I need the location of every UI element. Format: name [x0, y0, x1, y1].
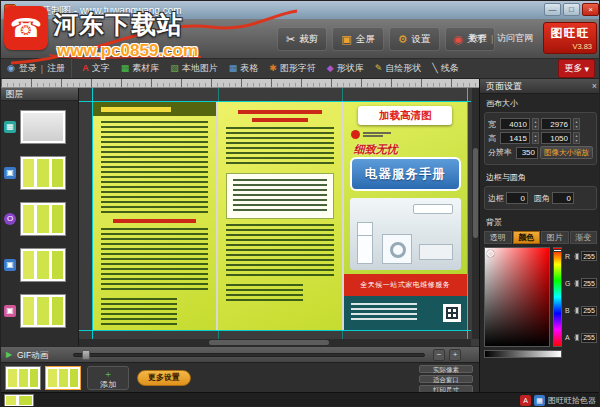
channel-value[interactable]	[581, 306, 597, 316]
layer-thumbnail[interactable]	[20, 202, 66, 236]
layer-row[interactable]: ▣	[1, 288, 79, 334]
width-px-input[interactable]	[541, 118, 571, 130]
slider-thumb[interactable]	[575, 334, 579, 341]
add-frame-button[interactable]: ＋ 添加	[87, 366, 129, 390]
minimize-button[interactable]: —	[544, 3, 561, 16]
fit-window-button[interactable]: 适合窗口	[419, 375, 473, 383]
frame-thumbnail-selected[interactable]	[45, 366, 81, 390]
channel-slider[interactable]	[574, 336, 579, 339]
hue-cursor[interactable]	[553, 249, 562, 252]
horizontal-scrollbar[interactable]	[79, 339, 471, 346]
login-link[interactable]: 登录	[19, 62, 37, 75]
vertical-scrollbar[interactable]	[472, 88, 479, 339]
draw-shape-button[interactable]: ✎ 自绘形状	[375, 62, 422, 75]
channel-slider[interactable]	[574, 309, 579, 312]
layer-row[interactable]: O	[1, 196, 79, 242]
height-mm-input[interactable]	[500, 132, 530, 144]
channel-value[interactable]	[581, 251, 597, 261]
official-site-link[interactable]: 访问官网	[497, 32, 533, 45]
saturation-square[interactable]	[484, 247, 550, 347]
panel-close-icon[interactable]: ×	[592, 79, 597, 94]
spinner[interactable]: ▴▾	[532, 132, 539, 144]
design-canvas[interactable]: 细致无忧 电器服务手册 全天候一站式家电维修服务 加载高清图	[79, 88, 479, 346]
tab-gradient[interactable]: 渐变	[570, 231, 598, 244]
page-mini-thumbnail[interactable]	[4, 394, 34, 407]
settings-button[interactable]: ⚙ 设置	[389, 27, 440, 51]
play-icon[interactable]: ▶	[6, 351, 12, 359]
hue-slider[interactable]	[553, 247, 562, 347]
material-library-button[interactable]: ▦ 素材库	[121, 62, 160, 75]
canvas-size-box: 宽 ▴▾ ▴▾ 高 ▴▾ ▴▾ 分辨率 图像大小缩放	[484, 112, 597, 165]
insert-text-button[interactable]: A 文字	[82, 62, 110, 75]
border-corner-box: 边框 圆角	[484, 186, 597, 210]
brochure-panel-left[interactable]	[93, 102, 216, 330]
timeline-handle[interactable]	[82, 350, 90, 360]
tab-transparent[interactable]: 透明	[484, 231, 512, 244]
shape-library-button[interactable]: ◆ 形状库	[327, 62, 364, 75]
channel-value[interactable]	[581, 278, 597, 288]
scrollbar-thumb[interactable]	[473, 148, 478, 238]
tab-color[interactable]: 颜色	[513, 231, 541, 244]
brochure-artwork[interactable]: 细致无忧 电器服务手册 全天候一站式家电维修服务 加载高清图	[93, 102, 467, 330]
tutorial-link[interactable]: 教程	[469, 32, 487, 45]
dpi-label: 分辨率	[488, 147, 514, 158]
channel-value[interactable]	[581, 333, 597, 343]
table-button[interactable]: ▦ 表格	[229, 62, 259, 75]
border-label: 边框	[488, 193, 504, 204]
spinner[interactable]: ▴▾	[573, 118, 580, 130]
saturation-cursor[interactable]	[487, 250, 494, 257]
picker-app-icon[interactable]: A	[520, 395, 531, 406]
fridge-shape	[357, 222, 373, 264]
spinner[interactable]: ▴▾	[532, 118, 539, 130]
tab-image[interactable]: 图片	[541, 231, 569, 244]
spinner[interactable]: ▴▾	[573, 132, 580, 144]
more-settings-button[interactable]: 更多设置	[137, 370, 191, 386]
timeline-slider[interactable]	[73, 353, 425, 357]
main-toolbar: ✂ 裁剪 ▣ 全屏 ⚙ 设置 ◉ 关于 教程 | 访问官网 图旺旺 V3.83	[1, 19, 600, 59]
line-button[interactable]: ╲ 线条	[432, 62, 458, 75]
loading-overlay: 加载高清图	[358, 106, 452, 125]
layer-thumbnail[interactable]	[20, 248, 66, 282]
slider-thumb[interactable]	[575, 280, 579, 287]
slider-thumb[interactable]	[575, 253, 579, 260]
frame-thumbnail[interactable]	[5, 366, 41, 390]
picker-grid-icon[interactable]: ▦	[534, 395, 545, 406]
red-heading-placeholder	[238, 110, 321, 114]
close-button[interactable]: ×	[582, 3, 599, 16]
slider-thumb[interactable]	[575, 307, 579, 314]
layer-row[interactable]: ▣	[1, 242, 79, 288]
app-icon	[4, 4, 16, 16]
more-button[interactable]: 更多 ▾	[558, 59, 595, 78]
crop-button[interactable]: ✂ 裁剪	[277, 27, 327, 51]
channel-row-b: B	[565, 306, 597, 316]
maximize-button[interactable]: □	[563, 3, 580, 16]
fullscreen-button[interactable]: ▣ 全屏	[332, 27, 383, 51]
corner-input[interactable]	[552, 192, 574, 204]
layer-thumbnail[interactable]	[20, 156, 66, 190]
dpi-input[interactable]	[516, 147, 538, 159]
layer-row[interactable]: ▣	[1, 150, 79, 196]
width-mm-input[interactable]	[500, 118, 530, 130]
local-image-button[interactable]: ▧ 本地图片	[170, 62, 218, 75]
channel-slider[interactable]	[574, 255, 579, 258]
actual-pixels-button[interactable]: 实际像素	[419, 365, 473, 373]
zoom-in-icon[interactable]: +	[449, 349, 461, 361]
color-picker-link[interactable]: 图旺旺拾色器	[548, 395, 596, 406]
layer-thumbnail[interactable]	[20, 294, 66, 328]
border-input[interactable]	[506, 192, 528, 204]
channel-slider[interactable]	[574, 282, 579, 285]
value-gradient-bar[interactable]	[484, 350, 562, 358]
zoom-out-icon[interactable]: −	[433, 349, 445, 361]
brochure-panel-middle[interactable]	[218, 102, 341, 330]
register-link[interactable]: 注册	[47, 62, 65, 75]
height-px-input[interactable]	[541, 132, 571, 144]
image-resize-button[interactable]: 图像大小缩放	[540, 146, 593, 159]
layer-thumbnail[interactable]	[20, 110, 66, 144]
layer-row[interactable]: ▦	[1, 104, 79, 150]
divider: |	[41, 64, 43, 74]
red-subhead-placeholder	[113, 219, 196, 223]
scrollbar-thumb[interactable]	[209, 340, 329, 345]
glyph-chars-button[interactable]: ✱ 图形字符	[269, 62, 316, 75]
thumbnail-art	[6, 396, 32, 405]
brochure-panel-cover[interactable]: 细致无忧 电器服务手册 全天候一站式家电维修服务 加载高清图	[344, 102, 467, 330]
